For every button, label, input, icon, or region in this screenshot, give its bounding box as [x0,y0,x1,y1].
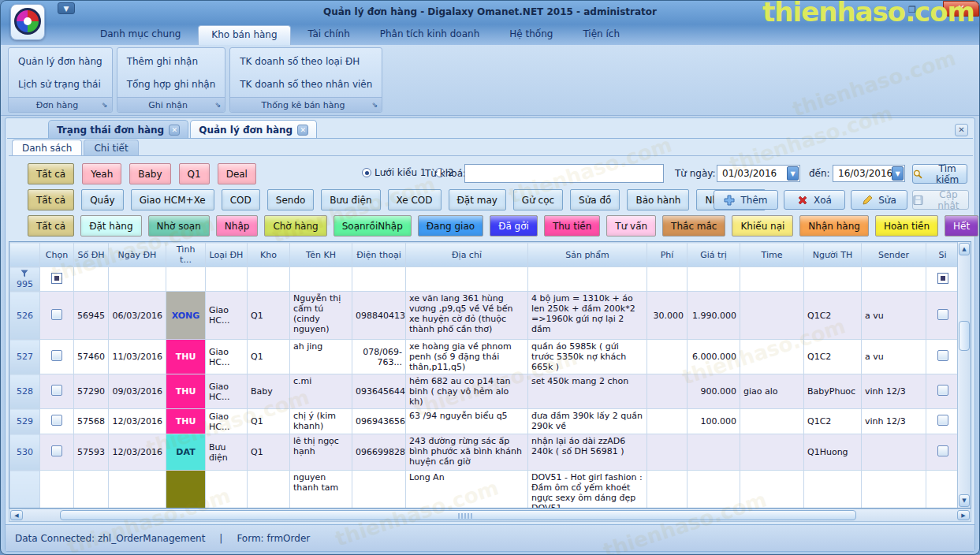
status-filter-khieu-nai[interactable]: Khiếu nại [732,215,793,237]
ribbon-tab-danh-muc-chung[interactable]: Danh mục chung [88,25,193,45]
row-indicator[interactable]: 529 [10,409,40,434]
column-header-chon[interactable]: Chọn [40,243,74,267]
calendar-dropdown-icon[interactable]: ▼ [892,166,904,181]
column-header-loai-dh[interactable]: Loại ĐH [206,243,248,267]
column-header-time[interactable]: Time [740,243,804,267]
select-all-toggle[interactable] [51,273,62,284]
keyword-input[interactable] [464,164,664,183]
brand-filter-q1[interactable]: Q1 [179,163,210,184]
type-filter-dat-may[interactable]: Đặt may [449,189,506,210]
ribbon-item-tk-loai-dh[interactable]: TK doanh số theo loại ĐH [238,53,374,70]
column-header-so-dh[interactable]: Số ĐH [74,243,109,267]
scroll-up-icon[interactable]: ▲ [959,243,970,255]
delete-button[interactable]: Xoá [784,190,845,210]
minimize-button[interactable]: – [880,4,900,17]
from-date-picker[interactable]: 01/03/2016 ▼ [717,165,800,182]
type-filter-giao-hcm-xe[interactable]: Giao HCM+Xe [131,189,214,210]
status-filter-cho-hang[interactable]: Chờ hàng [264,215,326,237]
ribbon-tab-tien-ich[interactable]: Tiện ích [570,25,632,45]
close-button[interactable]: ✕ [943,1,979,17]
status-filter-dang-giao[interactable]: Đang giao [418,215,483,237]
column-header-sender[interactable]: Sender [862,243,926,267]
row-indicator[interactable]: 527 [10,340,40,374]
type-filter-bao-hanh[interactable]: Bảo hành [627,189,689,210]
type-filter-quay[interactable]: Quầy [81,189,124,210]
ribbon-tab-he-thong[interactable]: Hệ thống [497,25,565,45]
scroll-left-icon[interactable]: ◀ [10,510,23,520]
column-header-phi[interactable]: Phí [647,243,687,267]
search-button[interactable]: Tìm kiếm [912,164,967,184]
brand-filter-yeah[interactable]: Yeah [82,163,121,184]
column-header-dia-chi[interactable]: Địa chỉ [406,243,528,267]
column-header-nguoi-th[interactable]: Người TH [804,243,862,267]
dialog-launcher-icon[interactable]: ⇘ [102,102,108,109]
column-header-si[interactable]: Si [926,243,958,267]
table-row[interactable]: 527 57460 11/03/2016 THU Giao HC... Q1 a… [10,340,958,374]
status-filter-nho-soan[interactable]: Nhờ soạn [148,215,210,237]
brand-filter-baby[interactable]: Baby [129,163,170,184]
column-header-ngay-dh[interactable]: Ngày ĐH [109,243,166,267]
type-filter-buu-dien[interactable]: Bưu điện [321,189,380,210]
column-header-dien-thoai[interactable]: Điện thoại [352,243,406,267]
status-filter-tu-van[interactable]: Tư vấn [606,215,656,237]
table-row[interactable]: 531 56455 02/03/2016 TRA Sendo Q1 nguyen… [10,471,958,508]
ribbon-item-lich-su-trang-thai[interactable]: Lịch sử trạng thái [17,76,104,93]
row-checkbox[interactable] [51,415,62,426]
scroll-right-icon[interactable]: ▶ [957,510,970,520]
doc-tab-quan-ly-don-hang[interactable]: Quản lý đơn hàng ✕ [190,120,317,138]
table-row[interactable]: 530 57593 12/03/2016 DAT Bưu điện Q1 lê … [10,434,958,471]
maximize-button[interactable]: ❐ [902,4,922,17]
subtab-chi-tiet[interactable]: Chi tiết [84,140,138,155]
table-row[interactable]: 529 57568 12/03/2016 THU Giao HC... Q1 c… [10,409,958,434]
table-row[interactable]: 528 57290 09/03/2016 THU Giao HC... Baby… [10,374,958,409]
row-indicator[interactable]: 530 [10,434,40,471]
type-filter-xe-cod[interactable]: Xe COD [388,189,442,210]
application-button[interactable] [10,4,45,40]
si-checkbox[interactable] [937,309,948,320]
row-checkbox[interactable] [51,350,62,361]
auto-filter-row[interactable]: 995 [10,267,958,292]
ribbon-item-them-ghi-nhan[interactable]: Thêm ghi nhận [125,53,218,70]
row-indicator[interactable]: 528 [10,374,40,409]
type-filter-sendo[interactable]: Sendo [267,189,315,210]
ribbon-item-tk-nhan-vien[interactable]: TK doanh số theo nhân viên [238,76,374,93]
row-indicator[interactable]: 531 [10,471,40,508]
row-indicator[interactable]: 526 [10,292,40,340]
status-filter-tatca[interactable]: Tất cả [28,215,74,237]
column-header-gia-tri[interactable]: Giá trị [687,243,740,267]
tab-close-icon[interactable]: ✕ [297,125,308,136]
row-checkbox[interactable] [51,385,62,396]
type-filter-tatca[interactable]: Tất cả [28,189,74,210]
column-header-tinh-trang[interactable]: Tình t... [166,243,206,267]
status-filter-thac-mac[interactable]: Thắc mắc [662,215,725,237]
brand-filter-tatca[interactable]: Tất cả [28,163,74,184]
ribbon-tab-phan-tich[interactable]: Phân tích kinh doanh [367,25,493,45]
edit-button[interactable]: Sửa [851,190,907,210]
horizontal-scrollbar[interactable]: ◀ ▶ [9,508,971,522]
column-header-kho[interactable]: Kho [248,243,290,267]
column-header-ten-kh[interactable]: Tên KH [290,243,352,267]
vertical-scroll-thumb[interactable] [959,321,970,351]
si-checkbox[interactable] [937,415,948,426]
status-filter-nhan-hang[interactable]: Nhận hàng [799,215,869,237]
type-filter-cod[interactable]: COD [222,189,260,210]
column-header-san-pham[interactable]: Sản phẩm [528,243,647,267]
brand-filter-deal[interactable]: Deal [218,163,256,184]
si-checkbox[interactable] [937,385,948,396]
to-date-picker[interactable]: 16/03/2016 ▼ [833,165,905,182]
status-filter-nhap[interactable]: Nhập [216,215,259,237]
type-filter-sua-do[interactable]: Sửa đồ [570,189,620,210]
row-checkbox[interactable] [51,309,62,320]
update-button[interactable]: Cập nhật [912,190,969,210]
horizontal-scroll-thumb[interactable] [60,510,856,520]
ribbon-item-tong-hop-ghi-nhan[interactable]: Tổng hợp ghi nhận [125,76,218,93]
dialog-launcher-icon[interactable]: ⇘ [215,102,222,109]
status-filter-het[interactable]: Hết [945,215,978,237]
tabbar-close-icon[interactable]: ✕ [955,124,968,136]
vertical-scrollbar[interactable]: ▲ ▼ [957,242,971,508]
status-filter-dat-hang[interactable]: Đặt hàng [80,215,141,237]
ribbon-tab-tai-chinh[interactable]: Tài chính [296,25,363,45]
subtab-danh-sach[interactable]: Danh sách [12,140,82,155]
doc-tab-trang-thai-don-hang[interactable]: Trạng thái đơn hàng ✕ [48,120,188,138]
si-checkbox[interactable] [937,445,948,456]
